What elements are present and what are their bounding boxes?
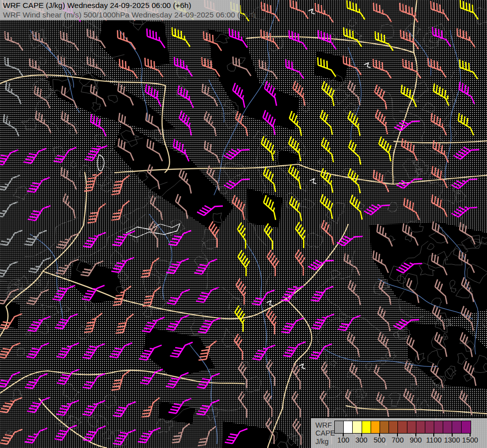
- wind-barb: [343, 0, 368, 19]
- terrain-contour: [63, 383, 80, 403]
- wind-barb: [197, 84, 223, 107]
- terrain-contour: [102, 429, 112, 439]
- cape-black-patch: [247, 188, 283, 228]
- map-canvas: [0, 0, 487, 448]
- terrain-contour: [103, 395, 116, 408]
- wind-barb-glyph: [314, 110, 341, 135]
- wind-barb: [26, 283, 49, 310]
- wind-barb-glyph: [196, 394, 219, 420]
- wind-barb-glyph: [316, 81, 342, 106]
- legend-swatch: [335, 421, 344, 433]
- terrain-contour: [307, 233, 323, 247]
- wind-barb: [83, 420, 106, 446]
- terrain-contour: [34, 279, 41, 286]
- terrain-contour: [329, 360, 337, 367]
- wind-barb-glyph: [286, 391, 311, 417]
- wind-barb: [339, 253, 365, 275]
- wind-barb: [399, 198, 425, 220]
- wind-barb-glyph: [283, 336, 306, 362]
- wind-barb: [371, 392, 397, 417]
- terrain-contour: [332, 90, 350, 104]
- terrain-contour: [422, 103, 435, 112]
- wind-barb-glyph: [339, 253, 365, 275]
- legend-swatch: [344, 421, 353, 433]
- wind-barb: [172, 421, 190, 446]
- legend-swatch: [443, 421, 452, 433]
- wind-barb: [453, 113, 479, 135]
- wind-barb-glyph: [372, 307, 398, 332]
- wind-barb: [285, 363, 310, 389]
- country-border: [393, 141, 487, 143]
- wind-barb-glyph: [57, 363, 80, 389]
- wind-barb: [281, 280, 303, 306]
- wind-barb-glyph: [28, 310, 51, 336]
- wind-barb-glyph: [343, 140, 369, 165]
- wind-barb: [289, 249, 314, 275]
- wind-barb: [141, 395, 159, 420]
- terrain-contour: [418, 399, 430, 411]
- terrain-contour: [331, 270, 341, 279]
- wind-barb: [0, 337, 20, 363]
- wind-barb-glyph: [252, 284, 275, 310]
- wind-barb: [169, 27, 194, 47]
- wind-barb-glyph: [228, 334, 253, 360]
- terrain-contour: [17, 348, 25, 356]
- wind-barb: [424, 58, 449, 78]
- wind-barb-glyph: [370, 110, 396, 134]
- wind-barb-glyph: [57, 31, 82, 50]
- wind-barb-glyph: [229, 279, 255, 305]
- wind-barb: [309, 337, 332, 364]
- wind-barb-glyph: [454, 139, 480, 165]
- wind-barb-glyph: [315, 137, 342, 162]
- legend-tick-label: 1500: [458, 436, 482, 444]
- calm-wind-marker: [299, 364, 305, 369]
- wind-barb-glyph: [111, 173, 129, 197]
- terrain-contour: [71, 161, 77, 167]
- legend-label-unit: J/kg: [315, 438, 329, 446]
- wind-barb: [396, 3, 421, 22]
- wind-barb-glyph: [364, 195, 390, 221]
- wind-barb-glyph: [0, 366, 20, 392]
- wind-barb: [315, 137, 342, 162]
- wind-barb: [344, 195, 371, 220]
- legend-swatch: [380, 421, 389, 433]
- country-border: [392, 53, 417, 184]
- wind-barb: [341, 332, 368, 357]
- river-line: [408, 30, 431, 76]
- wind-barb: [314, 110, 341, 135]
- boundary-squiggle: [202, 239, 218, 289]
- wind-barb: [56, 227, 79, 253]
- wind-barb: [57, 31, 82, 50]
- wind-barb-glyph: [260, 360, 285, 386]
- wind-barb-glyph: [171, 57, 195, 77]
- terrain-contour: [21, 118, 36, 130]
- wind-barb-glyph: [1, 31, 26, 51]
- wind-barb-glyph: [83, 367, 105, 394]
- terrain-contour: [157, 419, 173, 433]
- legend-swatch: [452, 421, 461, 433]
- wind-barb: [0, 169, 20, 195]
- wind-barb: [454, 28, 479, 47]
- wind-barb-glyph: [109, 336, 132, 363]
- wind-barb: [260, 360, 285, 386]
- wind-barb: [112, 224, 135, 251]
- wind-barb-glyph: [453, 113, 479, 135]
- wind-barb-glyph: [0, 337, 20, 363]
- terrain-contour: [219, 187, 227, 194]
- wind-barb: [141, 255, 159, 280]
- wind-barb-glyph: [173, 86, 199, 108]
- legend-swatch: [416, 421, 425, 433]
- wind-barb-glyph: [258, 167, 284, 192]
- wind-barb-glyph: [399, 198, 425, 220]
- wind-barb: [173, 86, 199, 108]
- wind-barb: [338, 309, 361, 336]
- wind-barb: [0, 255, 18, 282]
- wind-barb: [427, 195, 453, 217]
- terrain-contour: [380, 24, 393, 38]
- wind-barb: [0, 224, 22, 250]
- wind-barb: [1, 82, 27, 104]
- wind-barb: [228, 334, 253, 360]
- wind-barb: [343, 140, 369, 165]
- wind-barb: [56, 336, 79, 363]
- wind-barb-glyph: [27, 391, 50, 418]
